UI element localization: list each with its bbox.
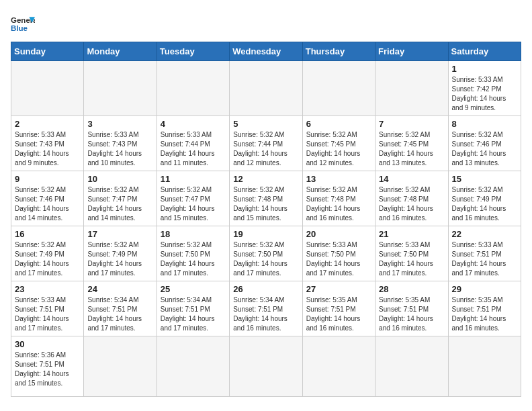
calendar-week-row: 2Sunrise: 5:33 AM Sunset: 7:43 PM Daylig… bbox=[11, 116, 521, 171]
day-number: 19 bbox=[233, 229, 298, 239]
day-number: 4 bbox=[161, 119, 226, 129]
calendar-week-row: 16Sunrise: 5:32 AM Sunset: 7:49 PM Dayli… bbox=[11, 226, 521, 281]
calendar-day-cell: 1Sunrise: 5:33 AM Sunset: 7:42 PM Daylig… bbox=[448, 61, 521, 116]
day-of-week-header: Monday bbox=[84, 42, 157, 61]
day-info: Sunrise: 5:36 AM Sunset: 7:51 PM Dayligh… bbox=[15, 351, 80, 388]
calendar-day-cell: 22Sunrise: 5:33 AM Sunset: 7:51 PM Dayli… bbox=[448, 226, 521, 281]
day-number: 3 bbox=[87, 119, 152, 129]
day-number: 9 bbox=[15, 174, 80, 184]
day-info: Sunrise: 5:35 AM Sunset: 7:51 PM Dayligh… bbox=[452, 295, 517, 333]
calendar-week-row: 9Sunrise: 5:32 AM Sunset: 7:46 PM Daylig… bbox=[11, 171, 521, 226]
calendar-day-cell: 19Sunrise: 5:32 AM Sunset: 7:50 PM Dayli… bbox=[230, 226, 302, 281]
day-info: Sunrise: 5:32 AM Sunset: 7:45 PM Dayligh… bbox=[306, 130, 371, 168]
calendar-day-cell bbox=[302, 336, 375, 397]
day-number: 14 bbox=[379, 174, 444, 184]
day-of-week-header: Wednesday bbox=[230, 42, 302, 61]
day-number: 25 bbox=[161, 284, 226, 294]
day-number: 12 bbox=[233, 174, 298, 184]
calendar-day-cell: 24Sunrise: 5:34 AM Sunset: 7:51 PM Dayli… bbox=[84, 281, 157, 336]
calendar-day-cell: 13Sunrise: 5:32 AM Sunset: 7:48 PM Dayli… bbox=[302, 171, 375, 226]
day-number: 13 bbox=[306, 174, 371, 184]
calendar-day-cell bbox=[157, 61, 229, 116]
calendar-day-cell: 11Sunrise: 5:32 AM Sunset: 7:47 PM Dayli… bbox=[157, 171, 229, 226]
calendar-day-cell bbox=[230, 61, 302, 116]
day-number: 5 bbox=[233, 119, 298, 129]
day-number: 6 bbox=[306, 119, 371, 129]
day-number: 20 bbox=[306, 229, 371, 239]
day-info: Sunrise: 5:33 AM Sunset: 7:43 PM Dayligh… bbox=[15, 130, 80, 168]
calendar-header-row: SundayMondayTuesdayWednesdayThursdayFrid… bbox=[11, 42, 521, 61]
day-info: Sunrise: 5:33 AM Sunset: 7:43 PM Dayligh… bbox=[87, 130, 152, 168]
day-of-week-header: Tuesday bbox=[157, 42, 229, 61]
day-of-week-header: Saturday bbox=[448, 42, 521, 61]
calendar-day-cell: 18Sunrise: 5:32 AM Sunset: 7:50 PM Dayli… bbox=[157, 226, 229, 281]
calendar-day-cell: 14Sunrise: 5:32 AM Sunset: 7:48 PM Dayli… bbox=[375, 171, 448, 226]
svg-text:Blue: Blue bbox=[11, 24, 28, 32]
day-info: Sunrise: 5:32 AM Sunset: 7:50 PM Dayligh… bbox=[161, 240, 226, 278]
day-info: Sunrise: 5:33 AM Sunset: 7:50 PM Dayligh… bbox=[306, 240, 371, 278]
day-number: 7 bbox=[379, 119, 444, 129]
day-info: Sunrise: 5:32 AM Sunset: 7:47 PM Dayligh… bbox=[161, 185, 226, 223]
calendar-day-cell bbox=[230, 336, 302, 397]
day-number: 21 bbox=[379, 229, 444, 239]
calendar-day-cell: 28Sunrise: 5:35 AM Sunset: 7:51 PM Dayli… bbox=[375, 281, 448, 336]
calendar-week-row: 1Sunrise: 5:33 AM Sunset: 7:42 PM Daylig… bbox=[11, 61, 521, 116]
day-number: 27 bbox=[306, 284, 371, 294]
calendar-day-cell: 2Sunrise: 5:33 AM Sunset: 7:43 PM Daylig… bbox=[11, 116, 84, 171]
day-number: 26 bbox=[233, 284, 298, 294]
calendar-day-cell: 8Sunrise: 5:32 AM Sunset: 7:46 PM Daylig… bbox=[448, 116, 521, 171]
calendar-day-cell: 16Sunrise: 5:32 AM Sunset: 7:49 PM Dayli… bbox=[11, 226, 84, 281]
calendar-day-cell bbox=[84, 61, 157, 116]
calendar-day-cell: 4Sunrise: 5:33 AM Sunset: 7:44 PM Daylig… bbox=[157, 116, 229, 171]
logo: General Blue bbox=[11, 11, 35, 35]
day-info: Sunrise: 5:35 AM Sunset: 7:51 PM Dayligh… bbox=[379, 295, 444, 333]
calendar-day-cell: 6Sunrise: 5:32 AM Sunset: 7:45 PM Daylig… bbox=[302, 116, 375, 171]
calendar-day-cell: 29Sunrise: 5:35 AM Sunset: 7:51 PM Dayli… bbox=[448, 281, 521, 336]
day-info: Sunrise: 5:33 AM Sunset: 7:50 PM Dayligh… bbox=[379, 240, 444, 278]
day-info: Sunrise: 5:34 AM Sunset: 7:51 PM Dayligh… bbox=[87, 295, 152, 333]
calendar-table: SundayMondayTuesdayWednesdayThursdayFrid… bbox=[11, 42, 521, 397]
day-of-week-header: Sunday bbox=[11, 42, 84, 61]
day-info: Sunrise: 5:33 AM Sunset: 7:51 PM Dayligh… bbox=[15, 295, 80, 333]
day-of-week-header: Thursday bbox=[302, 42, 375, 61]
day-info: Sunrise: 5:33 AM Sunset: 7:44 PM Dayligh… bbox=[161, 130, 226, 168]
day-of-week-header: Friday bbox=[375, 42, 448, 61]
calendar-day-cell: 21Sunrise: 5:33 AM Sunset: 7:50 PM Dayli… bbox=[375, 226, 448, 281]
calendar-day-cell: 5Sunrise: 5:32 AM Sunset: 7:44 PM Daylig… bbox=[230, 116, 302, 171]
day-number: 17 bbox=[87, 229, 152, 239]
day-info: Sunrise: 5:35 AM Sunset: 7:51 PM Dayligh… bbox=[306, 295, 371, 333]
day-info: Sunrise: 5:32 AM Sunset: 7:48 PM Dayligh… bbox=[379, 185, 444, 223]
page-header: General Blue bbox=[11, 11, 521, 35]
calendar-day-cell bbox=[157, 336, 229, 397]
day-info: Sunrise: 5:32 AM Sunset: 7:46 PM Dayligh… bbox=[452, 130, 517, 168]
day-info: Sunrise: 5:33 AM Sunset: 7:42 PM Dayligh… bbox=[452, 75, 517, 113]
calendar-day-cell bbox=[84, 336, 157, 397]
day-number: 18 bbox=[161, 229, 226, 239]
day-info: Sunrise: 5:32 AM Sunset: 7:49 PM Dayligh… bbox=[87, 240, 152, 278]
day-info: Sunrise: 5:32 AM Sunset: 7:48 PM Dayligh… bbox=[233, 185, 298, 223]
calendar-day-cell: 10Sunrise: 5:32 AM Sunset: 7:47 PM Dayli… bbox=[84, 171, 157, 226]
day-number: 8 bbox=[452, 119, 517, 129]
day-number: 24 bbox=[87, 284, 152, 294]
day-info: Sunrise: 5:32 AM Sunset: 7:45 PM Dayligh… bbox=[379, 130, 444, 168]
calendar-day-cell: 12Sunrise: 5:32 AM Sunset: 7:48 PM Dayli… bbox=[230, 171, 302, 226]
calendar-day-cell: 23Sunrise: 5:33 AM Sunset: 7:51 PM Dayli… bbox=[11, 281, 84, 336]
calendar-day-cell: 20Sunrise: 5:33 AM Sunset: 7:50 PM Dayli… bbox=[302, 226, 375, 281]
day-number: 22 bbox=[452, 229, 517, 239]
day-info: Sunrise: 5:32 AM Sunset: 7:46 PM Dayligh… bbox=[15, 185, 80, 223]
day-number: 30 bbox=[15, 339, 80, 349]
calendar-day-cell: 3Sunrise: 5:33 AM Sunset: 7:43 PM Daylig… bbox=[84, 116, 157, 171]
calendar-day-cell bbox=[375, 336, 448, 397]
calendar-day-cell bbox=[11, 61, 84, 116]
day-info: Sunrise: 5:32 AM Sunset: 7:44 PM Dayligh… bbox=[233, 130, 298, 168]
calendar-day-cell bbox=[302, 61, 375, 116]
day-info: Sunrise: 5:34 AM Sunset: 7:51 PM Dayligh… bbox=[161, 295, 226, 333]
day-info: Sunrise: 5:32 AM Sunset: 7:49 PM Dayligh… bbox=[15, 240, 80, 278]
day-number: 2 bbox=[15, 119, 80, 129]
day-info: Sunrise: 5:33 AM Sunset: 7:51 PM Dayligh… bbox=[452, 240, 517, 278]
calendar-day-cell bbox=[375, 61, 448, 116]
day-number: 28 bbox=[379, 284, 444, 294]
calendar-day-cell: 27Sunrise: 5:35 AM Sunset: 7:51 PM Dayli… bbox=[302, 281, 375, 336]
calendar-day-cell: 17Sunrise: 5:32 AM Sunset: 7:49 PM Dayli… bbox=[84, 226, 157, 281]
day-number: 16 bbox=[15, 229, 80, 239]
